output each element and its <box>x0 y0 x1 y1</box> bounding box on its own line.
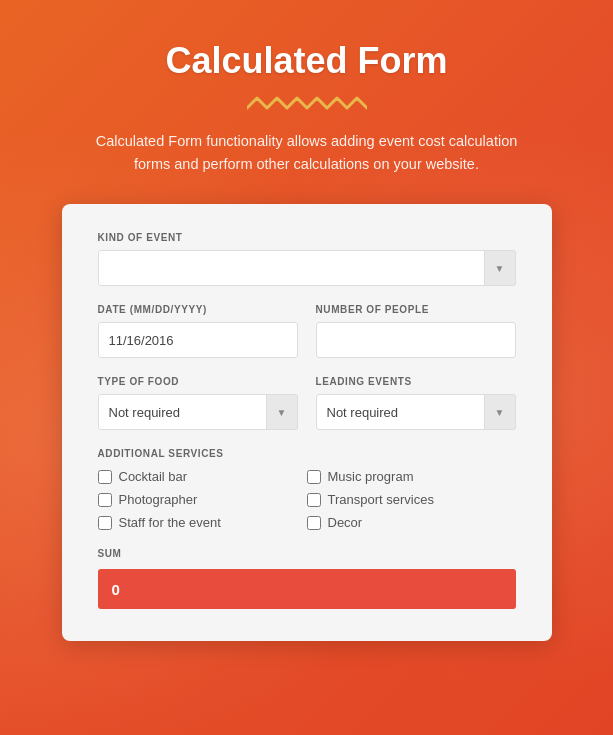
checkbox-staff[interactable]: Staff for the event <box>98 515 307 530</box>
date-people-row: DATE (MM/DD/YYYY) NUMBER OF PEOPLE <box>98 304 516 358</box>
sum-input[interactable] <box>98 569 516 609</box>
form-card: KIND OF EVENT Birthday Wedding Corporate… <box>62 204 552 641</box>
checkbox-photographer[interactable]: Photographer <box>98 492 307 507</box>
checkbox-cocktail-bar[interactable]: Cocktail bar <box>98 469 307 484</box>
kind-of-event-label: KIND OF EVENT <box>98 232 516 243</box>
additional-services-label: ADDITIONAL SERVICES <box>98 448 516 459</box>
kind-of-event-field: KIND OF EVENT Birthday Wedding Corporate… <box>98 232 516 286</box>
type-of-food-select-wrapper: Not required Standard Premium VIP ▼ <box>98 394 298 430</box>
checkbox-music[interactable]: Music program <box>307 469 516 484</box>
wave-decoration-icon <box>247 94 367 112</box>
staff-checkbox[interactable] <box>98 516 112 530</box>
additional-services-section: ADDITIONAL SERVICES Cocktail bar Photogr… <box>98 448 516 530</box>
cocktail-bar-label: Cocktail bar <box>119 469 188 484</box>
type-of-food-select[interactable]: Not required Standard Premium VIP <box>98 394 298 430</box>
leading-events-select[interactable]: Not required Option 1 Option 2 <box>316 394 516 430</box>
page-title: Calculated Form <box>77 40 537 82</box>
leading-events-label: LEADING EVENTS <box>316 376 516 387</box>
checkboxes-grid: Cocktail bar Photographer Staff for the … <box>98 469 516 530</box>
hero-section: Calculated Form Calculated Form function… <box>0 0 613 735</box>
checkbox-transport[interactable]: Transport services <box>307 492 516 507</box>
sum-section: SUM <box>98 548 516 609</box>
number-of-people-field: NUMBER OF PEOPLE <box>316 304 516 358</box>
number-of-people-label: NUMBER OF PEOPLE <box>316 304 516 315</box>
hero-content: Calculated Form Calculated Form function… <box>77 40 537 204</box>
date-label: DATE (MM/DD/YYYY) <box>98 304 298 315</box>
food-events-row: TYPE OF FOOD Not required Standard Premi… <box>98 376 516 430</box>
sum-label: SUM <box>98 548 516 559</box>
number-of-people-input[interactable] <box>316 322 516 358</box>
music-checkbox[interactable] <box>307 470 321 484</box>
decor-label: Decor <box>328 515 363 530</box>
checkboxes-right-col: Music program Transport services Decor <box>307 469 516 530</box>
leading-events-field: LEADING EVENTS Not required Option 1 Opt… <box>316 376 516 430</box>
music-label: Music program <box>328 469 414 484</box>
transport-label: Transport services <box>328 492 434 507</box>
checkbox-decor[interactable]: Decor <box>307 515 516 530</box>
photographer-checkbox[interactable] <box>98 493 112 507</box>
date-input[interactable] <box>98 322 298 358</box>
staff-label: Staff for the event <box>119 515 221 530</box>
checkboxes-left-col: Cocktail bar Photographer Staff for the … <box>98 469 307 530</box>
transport-checkbox[interactable] <box>307 493 321 507</box>
kind-of-event-select[interactable]: Birthday Wedding Corporate Party <box>98 250 516 286</box>
cocktail-bar-checkbox[interactable] <box>98 470 112 484</box>
date-field: DATE (MM/DD/YYYY) <box>98 304 298 358</box>
hero-description: Calculated Form functionality allows add… <box>77 130 537 176</box>
decor-checkbox[interactable] <box>307 516 321 530</box>
kind-of-event-select-wrapper: Birthday Wedding Corporate Party ▼ <box>98 250 516 286</box>
type-of-food-field: TYPE OF FOOD Not required Standard Premi… <box>98 376 298 430</box>
type-of-food-label: TYPE OF FOOD <box>98 376 298 387</box>
photographer-label: Photographer <box>119 492 198 507</box>
leading-events-select-wrapper: Not required Option 1 Option 2 ▼ <box>316 394 516 430</box>
